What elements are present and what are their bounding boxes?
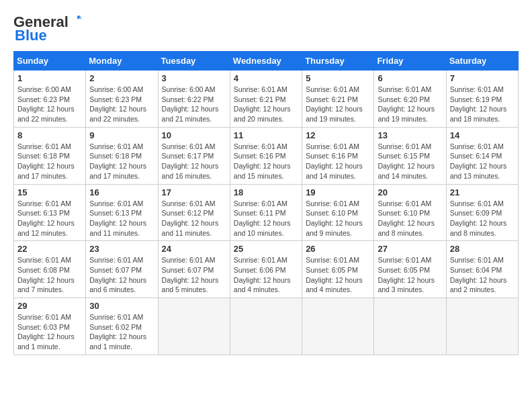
calendar-cell: 18Sunrise: 6:01 AM Sunset: 6:11 PM Dayli… [230,184,302,241]
day-number: 17 [162,187,226,197]
weekday-header-saturday: Saturday [446,52,518,71]
day-number: 21 [450,187,515,197]
day-info: Sunrise: 6:01 AM Sunset: 6:06 PM Dayligh… [234,255,298,295]
calendar-cell [158,298,230,355]
day-info: Sunrise: 6:01 AM Sunset: 6:04 PM Dayligh… [450,255,515,295]
calendar-cell: 10Sunrise: 6:01 AM Sunset: 6:17 PM Dayli… [158,127,230,184]
calendar-cell: 14Sunrise: 6:01 AM Sunset: 6:14 PM Dayli… [446,127,518,184]
logo-blue: Blue [15,27,47,44]
day-number: 26 [306,244,370,254]
day-info: Sunrise: 6:00 AM Sunset: 6:23 PM Dayligh… [89,85,154,124]
weekday-header-tuesday: Tuesday [158,52,230,71]
day-info: Sunrise: 6:01 AM Sunset: 6:08 PM Dayligh… [17,255,82,295]
day-number: 4 [234,73,298,83]
calendar-cell: 22Sunrise: 6:01 AM Sunset: 6:08 PM Dayli… [14,241,86,298]
day-number: 12 [306,130,370,140]
logo: General Blue [13,13,85,44]
calendar-cell [446,298,518,355]
calendar-header-row: SundayMondayTuesdayWednesdayThursdayFrid… [14,52,519,71]
calendar-cell: 29Sunrise: 6:01 AM Sunset: 6:03 PM Dayli… [14,298,86,355]
day-info: Sunrise: 6:01 AM Sunset: 6:16 PM Dayligh… [306,142,370,181]
calendar-week-row: 8Sunrise: 6:01 AM Sunset: 6:18 PM Daylig… [14,127,519,184]
day-info: Sunrise: 6:01 AM Sunset: 6:19 PM Dayligh… [450,85,515,124]
day-info: Sunrise: 6:01 AM Sunset: 6:05 PM Dayligh… [306,255,370,295]
day-info: Sunrise: 6:01 AM Sunset: 6:21 PM Dayligh… [234,85,298,124]
day-info: Sunrise: 6:01 AM Sunset: 6:09 PM Dayligh… [450,199,515,238]
logo-bird-icon [70,13,85,28]
calendar-week-row: 22Sunrise: 6:01 AM Sunset: 6:08 PM Dayli… [14,241,519,298]
day-number: 18 [234,187,298,197]
calendar-week-row: 15Sunrise: 6:01 AM Sunset: 6:13 PM Dayli… [14,184,519,241]
day-number: 8 [17,130,82,140]
day-info: Sunrise: 6:01 AM Sunset: 6:03 PM Dayligh… [17,312,82,352]
day-number: 25 [234,244,298,254]
day-info: Sunrise: 6:00 AM Sunset: 6:22 PM Dayligh… [162,85,226,124]
weekday-header-monday: Monday [86,52,158,71]
calendar-cell: 24Sunrise: 6:01 AM Sunset: 6:07 PM Dayli… [158,241,230,298]
calendar-table: SundayMondayTuesdayWednesdayThursdayFrid… [13,51,519,355]
day-info: Sunrise: 6:01 AM Sunset: 6:14 PM Dayligh… [450,142,515,181]
day-info: Sunrise: 6:01 AM Sunset: 6:18 PM Dayligh… [17,142,82,181]
calendar-cell: 20Sunrise: 6:01 AM Sunset: 6:10 PM Dayli… [374,184,446,241]
calendar-cell: 7Sunrise: 6:01 AM Sunset: 6:19 PM Daylig… [446,71,518,128]
calendar-cell [374,298,446,355]
calendar-week-row: 29Sunrise: 6:01 AM Sunset: 6:03 PM Dayli… [14,298,519,355]
calendar-cell: 25Sunrise: 6:01 AM Sunset: 6:06 PM Dayli… [230,241,302,298]
calendar-cell: 19Sunrise: 6:01 AM Sunset: 6:10 PM Dayli… [302,184,374,241]
day-number: 10 [162,130,226,140]
day-number: 23 [89,244,154,254]
day-info: Sunrise: 6:01 AM Sunset: 6:11 PM Dayligh… [234,199,298,238]
day-info: Sunrise: 6:01 AM Sunset: 6:15 PM Dayligh… [378,142,442,181]
calendar-cell: 2Sunrise: 6:00 AM Sunset: 6:23 PM Daylig… [86,71,158,128]
day-number: 22 [17,244,82,254]
calendar-cell: 8Sunrise: 6:01 AM Sunset: 6:18 PM Daylig… [14,127,86,184]
day-number: 13 [378,130,442,140]
day-info: Sunrise: 6:00 AM Sunset: 6:23 PM Dayligh… [17,85,82,124]
calendar-cell [302,298,374,355]
day-number: 15 [17,187,82,197]
day-info: Sunrise: 6:01 AM Sunset: 6:13 PM Dayligh… [89,199,154,238]
calendar-cell: 23Sunrise: 6:01 AM Sunset: 6:07 PM Dayli… [86,241,158,298]
day-number: 11 [234,130,298,140]
calendar-cell: 9Sunrise: 6:01 AM Sunset: 6:18 PM Daylig… [86,127,158,184]
day-info: Sunrise: 6:01 AM Sunset: 6:10 PM Dayligh… [378,199,442,238]
day-info: Sunrise: 6:01 AM Sunset: 6:21 PM Dayligh… [306,85,370,124]
page-header: General Blue [13,13,519,44]
day-info: Sunrise: 6:01 AM Sunset: 6:20 PM Dayligh… [378,85,442,124]
calendar-cell: 11Sunrise: 6:01 AM Sunset: 6:16 PM Dayli… [230,127,302,184]
day-number: 6 [378,73,442,83]
day-number: 27 [378,244,442,254]
day-number: 16 [89,187,154,197]
day-number: 2 [89,73,154,83]
day-info: Sunrise: 6:01 AM Sunset: 6:07 PM Dayligh… [162,255,226,295]
calendar-cell: 15Sunrise: 6:01 AM Sunset: 6:13 PM Dayli… [14,184,86,241]
calendar-cell: 30Sunrise: 6:01 AM Sunset: 6:02 PM Dayli… [86,298,158,355]
calendar-cell: 27Sunrise: 6:01 AM Sunset: 6:05 PM Dayli… [374,241,446,298]
day-number: 7 [450,73,515,83]
day-number: 28 [450,244,515,254]
calendar-cell: 1Sunrise: 6:00 AM Sunset: 6:23 PM Daylig… [14,71,86,128]
day-info: Sunrise: 6:01 AM Sunset: 6:18 PM Dayligh… [89,142,154,181]
day-info: Sunrise: 6:01 AM Sunset: 6:07 PM Dayligh… [89,255,154,295]
day-number: 30 [89,301,154,311]
weekday-header-thursday: Thursday [302,52,374,71]
day-info: Sunrise: 6:01 AM Sunset: 6:02 PM Dayligh… [89,312,154,352]
weekday-header-friday: Friday [374,52,446,71]
day-info: Sunrise: 6:01 AM Sunset: 6:12 PM Dayligh… [162,199,226,238]
day-number: 29 [17,301,82,311]
day-number: 20 [378,187,442,197]
calendar-cell: 13Sunrise: 6:01 AM Sunset: 6:15 PM Dayli… [374,127,446,184]
day-info: Sunrise: 6:01 AM Sunset: 6:17 PM Dayligh… [162,142,226,181]
day-info: Sunrise: 6:01 AM Sunset: 6:10 PM Dayligh… [306,199,370,238]
day-number: 19 [306,187,370,197]
day-number: 1 [17,73,82,83]
weekday-header-sunday: Sunday [14,52,86,71]
day-number: 5 [306,73,370,83]
weekday-header-wednesday: Wednesday [230,52,302,71]
day-info: Sunrise: 6:01 AM Sunset: 6:05 PM Dayligh… [378,255,442,295]
calendar-cell: 26Sunrise: 6:01 AM Sunset: 6:05 PM Dayli… [302,241,374,298]
day-info: Sunrise: 6:01 AM Sunset: 6:13 PM Dayligh… [17,199,82,238]
calendar-cell: 16Sunrise: 6:01 AM Sunset: 6:13 PM Dayli… [86,184,158,241]
calendar-cell [230,298,302,355]
calendar-cell: 28Sunrise: 6:01 AM Sunset: 6:04 PM Dayli… [446,241,518,298]
